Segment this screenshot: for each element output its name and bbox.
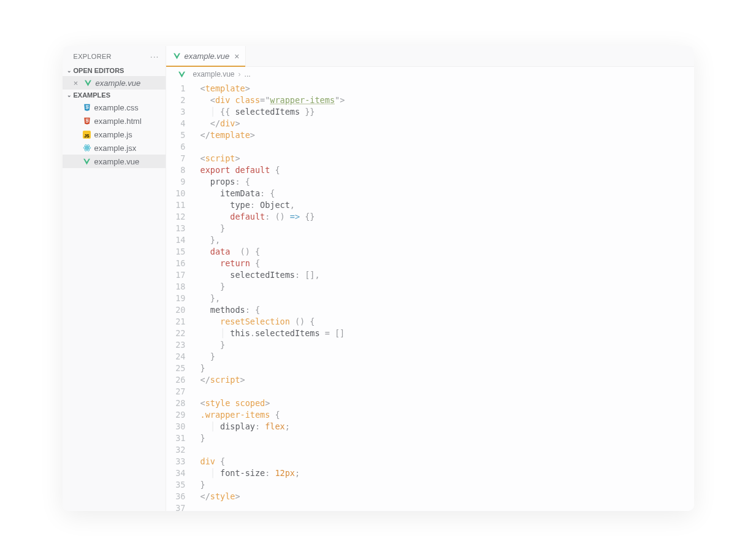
- code-line[interactable]: return {: [200, 258, 694, 269]
- line-number: 10: [166, 188, 186, 199]
- code-line[interactable]: }: [200, 281, 694, 293]
- editor-tab[interactable]: example.vue×: [166, 46, 246, 66]
- line-number: 31: [166, 432, 186, 444]
- line-number: 25: [166, 363, 186, 374]
- code-line[interactable]: resetSelection () {: [200, 316, 694, 328]
- line-number: 37: [166, 502, 186, 511]
- code-line[interactable]: </style>: [200, 491, 694, 502]
- code-line[interactable]: .wrapper-items {: [200, 409, 694, 421]
- vue-icon: [83, 78, 93, 88]
- code-line[interactable]: │ {{ selectedItems }}: [200, 106, 694, 118]
- project-file-list: example.cssexample.htmlJSexample.jsexamp…: [63, 101, 166, 168]
- code-line[interactable]: </div>: [200, 118, 694, 129]
- code-content[interactable]: <template> <div class="wrapper-items"> │…: [197, 83, 694, 511]
- code-line[interactable]: }: [200, 339, 694, 351]
- line-number: 24: [166, 351, 186, 363]
- close-icon[interactable]: ×: [234, 52, 239, 61]
- file-item[interactable]: JSexample.js: [63, 128, 166, 141]
- code-line[interactable]: props: {: [200, 176, 694, 188]
- code-line[interactable]: [200, 444, 694, 456]
- code-line[interactable]: itemData: {: [200, 188, 694, 199]
- line-number: 23: [166, 339, 186, 351]
- breadcrumb[interactable]: example.vue › ...: [166, 67, 694, 82]
- line-number: 34: [166, 467, 186, 479]
- code-line[interactable]: type: Object,: [200, 199, 694, 211]
- code-line[interactable]: }: [200, 363, 694, 374]
- editor-tabs: example.vue×: [166, 46, 694, 67]
- open-editor-item[interactable]: ×example.vue: [63, 76, 166, 90]
- code-line[interactable]: }: [200, 432, 694, 444]
- line-number: 15: [166, 246, 186, 258]
- code-area[interactable]: 1234567891011121314151617181920212223242…: [166, 82, 694, 511]
- code-line[interactable]: [200, 386, 694, 398]
- file-item[interactable]: example.html: [63, 114, 166, 128]
- file-name-label: example.vue: [94, 157, 140, 166]
- explorer-sidebar: EXPLORER ··· ⌄ OPEN EDITORS ×example.vue…: [63, 46, 166, 511]
- code-line[interactable]: │ font-size: 12px;: [200, 467, 694, 479]
- code-line[interactable]: }: [200, 223, 694, 234]
- line-number: 27: [166, 386, 186, 398]
- file-name-label: example.vue: [96, 79, 141, 88]
- line-number: 33: [166, 456, 186, 467]
- line-number: 8: [166, 164, 186, 176]
- line-number: 16: [166, 258, 186, 269]
- line-number: 20: [166, 304, 186, 316]
- vue-icon: [177, 69, 187, 79]
- line-number: 19: [166, 293, 186, 304]
- explorer-header: EXPLORER ···: [63, 46, 166, 65]
- svg-point-0: [86, 147, 87, 148]
- line-number: 28: [166, 398, 186, 409]
- file-name-label: example.html: [94, 117, 142, 126]
- code-line[interactable]: }: [200, 351, 694, 363]
- react-icon: [82, 143, 92, 153]
- tab-label: example.vue: [185, 52, 230, 61]
- vue-icon: [172, 52, 182, 61]
- line-number: 29: [166, 409, 186, 421]
- line-number: 9: [166, 176, 186, 188]
- code-line[interactable]: <style scoped>: [200, 398, 694, 409]
- code-line[interactable]: export default {: [200, 164, 694, 176]
- file-item[interactable]: example.vue: [63, 155, 166, 168]
- line-number: 36: [166, 491, 186, 502]
- line-number-gutter: 1234567891011121314151617181920212223242…: [166, 83, 197, 511]
- line-number: 30: [166, 421, 186, 432]
- code-line[interactable]: │ this.selectedItems = []: [200, 328, 694, 339]
- line-number: 5: [166, 129, 186, 141]
- file-name-label: example.js: [94, 130, 132, 139]
- code-line[interactable]: <script>: [200, 153, 694, 164]
- code-line[interactable]: },: [200, 293, 694, 304]
- line-number: 35: [166, 479, 186, 491]
- code-line[interactable]: </script>: [200, 374, 694, 386]
- code-line[interactable]: </template>: [200, 129, 694, 141]
- line-number: 18: [166, 281, 186, 293]
- line-number: 17: [166, 269, 186, 281]
- code-line[interactable]: <template>: [200, 83, 694, 94]
- explorer-title: EXPLORER: [74, 53, 112, 60]
- chevron-down-icon: ⌄: [66, 67, 72, 74]
- file-name-label: example.jsx: [94, 144, 137, 153]
- more-actions-icon[interactable]: ···: [150, 52, 159, 61]
- code-line[interactable]: default: () => {}: [200, 211, 694, 223]
- editor-area: example.vue× example.vue › ... 123456789…: [166, 46, 694, 511]
- code-line[interactable]: [200, 502, 694, 511]
- code-line[interactable]: [200, 141, 694, 153]
- line-number: 3: [166, 106, 186, 118]
- line-number: 32: [166, 444, 186, 456]
- line-number: 14: [166, 234, 186, 246]
- code-line[interactable]: <div class="wrapper-items">: [200, 94, 694, 106]
- code-line[interactable]: selectedItems: [],: [200, 269, 694, 281]
- file-item[interactable]: example.jsx: [63, 141, 166, 155]
- breadcrumb-file: example.vue: [193, 70, 235, 79]
- code-line[interactable]: }: [200, 479, 694, 491]
- code-line[interactable]: div {: [200, 456, 694, 467]
- open-editors-header[interactable]: ⌄ OPEN EDITORS: [63, 65, 166, 76]
- code-line[interactable]: methods: {: [200, 304, 694, 316]
- project-header[interactable]: ⌄ EXAMPLES: [63, 90, 166, 101]
- close-icon[interactable]: ×: [74, 79, 82, 88]
- line-number: 1: [166, 83, 186, 94]
- css-icon: [82, 102, 92, 112]
- file-item[interactable]: example.css: [63, 101, 166, 114]
- code-line[interactable]: data () {: [200, 246, 694, 258]
- code-line[interactable]: │ display: flex;: [200, 421, 694, 432]
- code-line[interactable]: },: [200, 234, 694, 246]
